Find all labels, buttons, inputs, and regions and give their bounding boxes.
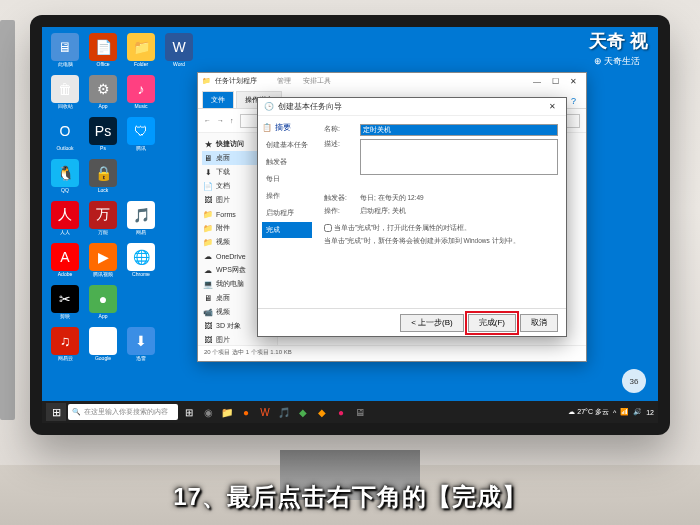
desktop-icon[interactable]: 🗑回收站	[48, 75, 82, 115]
perf-widget[interactable]: 36	[622, 369, 646, 393]
desktop-icon[interactable]: WWord	[162, 33, 196, 73]
wizard-hint: 当单击"完成"时，新任务将会被创建并添加到 Windows 计划中。	[324, 236, 558, 246]
search-box[interactable]: 🔍 在这里输入你要搜索的内容	[68, 404, 178, 420]
help-icon[interactable]: ?	[565, 94, 582, 108]
minimize-button[interactable]: —	[528, 74, 546, 88]
taskbar-app[interactable]: 🎵	[275, 403, 293, 421]
nav-fwd-icon[interactable]: →	[217, 117, 224, 124]
desktop-icon[interactable]: ✂剪映	[48, 285, 82, 325]
status-bar: 20 个项目 选中 1 个项目 1.10 KB	[198, 345, 586, 359]
taskbar-app[interactable]: W	[256, 403, 274, 421]
window-titlebar[interactable]: 📁 任务计划程序 管理 安排工具 — ☐ ✕	[198, 73, 586, 89]
desktop-icon[interactable]: 🖥此电脑	[48, 33, 82, 73]
folder-icon: 📁	[202, 77, 211, 85]
desktop-icon[interactable]: 🐧QQ	[48, 159, 82, 199]
open-props-checkbox[interactable]	[324, 224, 332, 232]
desktop-icon[interactable]: ▶腾讯视频	[86, 243, 120, 283]
wizard-close-button[interactable]: ✕	[544, 102, 560, 111]
tray-volume-icon[interactable]: 🔊	[633, 408, 642, 416]
video-caption: 17、最后点击右下角的【完成】	[0, 469, 700, 525]
task-wizard-dialog: 🕒 创建基本任务向导 ✕ 📋摘要 创建基本任务触发器每日操作启动程序完成 名称:…	[257, 97, 567, 337]
tab-tools[interactable]: 安排工具	[303, 76, 331, 86]
desktop-icon[interactable]: 🔒Lock	[86, 159, 120, 199]
cancel-button[interactable]: 取消	[520, 314, 558, 332]
name-label: 名称:	[324, 124, 354, 136]
desktop-screen: 天奇 视 天奇生活 🖥此电脑📄Office📁FolderWWord🗑回收站⚙Ap…	[42, 27, 658, 423]
desktop-icon[interactable]: GGoogle	[86, 327, 120, 367]
wizard-titlebar[interactable]: 🕒 创建基本任务向导 ✕	[258, 98, 566, 116]
taskbar-app[interactable]: 🖥	[351, 403, 369, 421]
wizard-footer: < 上一步(B) 完成(F) 取消	[258, 308, 566, 336]
desktop-icon[interactable]	[162, 159, 196, 199]
tab-manage[interactable]: 管理	[277, 76, 291, 86]
desktop-icon[interactable]: 🎵网易	[124, 201, 158, 241]
wizard-icon: 🕒	[264, 102, 274, 111]
desktop-icon[interactable]	[124, 159, 158, 199]
desktop-icon[interactable]: 📄Office	[86, 33, 120, 73]
desktop-icon[interactable]: ●App	[86, 285, 120, 325]
nav-back-icon[interactable]: ←	[204, 117, 211, 124]
clock[interactable]: 12	[646, 409, 654, 416]
ribbon-tab-file[interactable]: 文件	[202, 91, 234, 108]
desc-textarea[interactable]	[360, 139, 558, 175]
desktop-icon[interactable]: PsPs	[86, 117, 120, 157]
desktop-icon[interactable]	[200, 33, 234, 73]
desktop-icon[interactable]	[124, 285, 158, 325]
taskbar-app[interactable]: ◆	[294, 403, 312, 421]
wizard-steps-sidebar: 📋摘要 创建基本任务触发器每日操作启动程序完成	[258, 116, 316, 308]
desktop-icon[interactable]	[162, 117, 196, 157]
tray-chevron-icon[interactable]: ^	[613, 409, 616, 416]
tray-network-icon[interactable]: 📶	[620, 408, 629, 416]
watermark-sub: 天奇生活	[594, 55, 640, 68]
wizard-step[interactable]: 操作	[262, 188, 312, 204]
trigger-value: 每日; 在每天的 12:49	[360, 193, 424, 203]
close-button[interactable]: ✕	[564, 74, 582, 88]
wizard-step[interactable]: 每日	[262, 171, 312, 187]
monitor-frame: 天奇 视 天奇生活 🖥此电脑📄Office📁FolderWWord🗑回收站⚙Ap…	[30, 15, 670, 435]
checkbox-label: 当单击"完成"时，打开此任务属性的对话框。	[334, 224, 472, 231]
start-button[interactable]: ⊞	[46, 403, 66, 421]
wizard-title: 创建基本任务向导	[278, 101, 342, 112]
taskbar: ⊞ 🔍 在这里输入你要搜索的内容 ⊞◉📁●W🎵◆◆●🖥 ☁ 27°C 多云 ^ …	[42, 401, 658, 423]
wizard-heading-icon: 📋摘要	[262, 122, 312, 133]
window-title: 任务计划程序	[215, 76, 257, 86]
desktop-icon[interactable]	[162, 201, 196, 241]
wizard-step[interactable]: 启动程序	[262, 205, 312, 221]
desktop-icon[interactable]: ⚙App	[86, 75, 120, 115]
finish-button[interactable]: 完成(F)	[468, 314, 516, 332]
desktop-icon[interactable]: 🌐Chrome	[124, 243, 158, 283]
desktop-icon[interactable]: 万万能	[86, 201, 120, 241]
desc-label: 描述:	[324, 139, 354, 175]
taskbar-app[interactable]: ◉	[199, 403, 217, 421]
desktop-icon[interactable]: 🛡腾讯	[124, 117, 158, 157]
desktop-icon[interactable]: ♪Music	[124, 75, 158, 115]
desktop-icon[interactable]: 人人人	[48, 201, 82, 241]
taskbar-app[interactable]: ●	[332, 403, 350, 421]
desktop-icon[interactable]	[162, 75, 196, 115]
trigger-label: 触发器:	[324, 193, 354, 203]
desktop-icon[interactable]: AAdobe	[48, 243, 82, 283]
desktop-icon[interactable]: OOutlook	[48, 117, 82, 157]
desktop-icon[interactable]: ♫网易云	[48, 327, 82, 367]
maximize-button[interactable]: ☐	[546, 74, 564, 88]
wizard-step[interactable]: 完成	[262, 222, 312, 238]
weather-widget[interactable]: ☁ 27°C 多云	[568, 407, 609, 417]
wizard-main-panel: 名称: 描述: 触发器:每日; 在每天的 12:49 操作:启动程序; 关机 当…	[316, 116, 566, 308]
desktop-icon[interactable]	[162, 285, 196, 325]
desktop-icon[interactable]	[162, 243, 196, 283]
wizard-step[interactable]: 触发器	[262, 154, 312, 170]
taskbar-app[interactable]: ●	[237, 403, 255, 421]
taskbar-app[interactable]: ◆	[313, 403, 331, 421]
desktop-icon[interactable]: ⬇迅雷	[124, 327, 158, 367]
taskbar-app[interactable]: ⊞	[180, 403, 198, 421]
wizard-step[interactable]: 创建基本任务	[262, 137, 312, 153]
desktop-icon[interactable]: 📁Folder	[124, 33, 158, 73]
taskbar-app[interactable]: 📁	[218, 403, 236, 421]
back-button[interactable]: < 上一步(B)	[400, 314, 464, 332]
name-input[interactable]	[360, 124, 558, 136]
nav-up-icon[interactable]: ↑	[230, 117, 234, 124]
action-label: 操作:	[324, 206, 354, 216]
action-value: 启动程序; 关机	[360, 206, 406, 216]
watermark: 天奇 视	[589, 29, 648, 53]
